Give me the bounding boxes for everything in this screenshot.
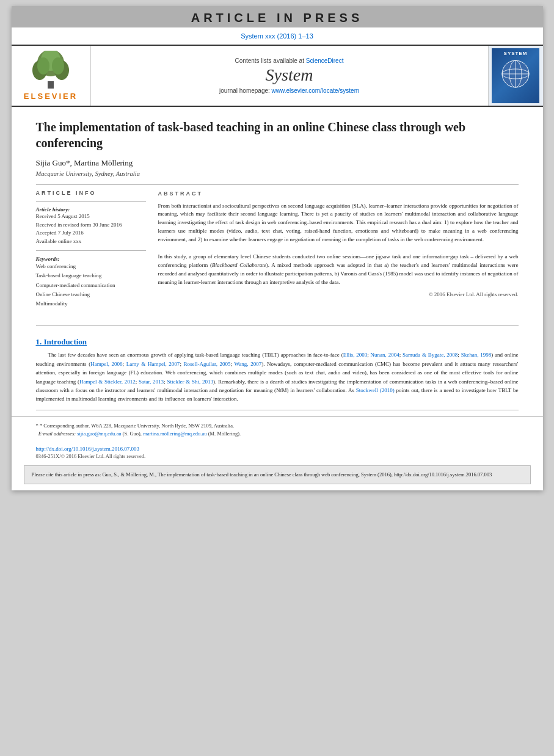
accepted-date: Accepted 7 July 2016	[36, 229, 146, 238]
article-info: ARTICLE INFO Article history: Received 5…	[36, 190, 146, 313]
ref-link[interactable]: Stockwell (2010)	[356, 387, 395, 393]
journal-homepage-text: journal homepage: www.elsevier.com/locat…	[219, 87, 359, 94]
keywords-label: Keywords:	[36, 256, 146, 262]
available-date: Available online xxx	[36, 238, 146, 246]
cover-globe-icon	[500, 59, 531, 89]
abstract-paragraph-1: From both interactionist and sociocultur…	[158, 202, 519, 245]
ref-link[interactable]: Ellis, 2003	[343, 352, 368, 358]
ref-link[interactable]: Samuda & Bygate, 2008	[403, 352, 457, 358]
journal-header: ELSEVIER Contents lists available at Sci…	[12, 45, 543, 107]
divider-info	[36, 201, 146, 202]
article-history-block: Article history: Received 5 August 2015 …	[36, 206, 146, 245]
citation-box: Please cite this article in press as: Gu…	[24, 465, 531, 484]
email1-link[interactable]: sijia.guo@mq.edu.au	[77, 431, 121, 437]
paper-content: The implementation of task-based teachin…	[12, 107, 543, 325]
introduction-section: 1. Introduction The last few decades hav…	[12, 326, 543, 403]
ref-link[interactable]: Nunan, 2004	[371, 352, 399, 358]
elsevier-logo: ELSEVIER	[12, 46, 91, 106]
journal-ref-link[interactable]: System xxx (2016) 1–13	[241, 32, 313, 40]
footnote-divider	[36, 410, 519, 410]
footnote-area: * * Corresponding author. W6A 228, Macqu…	[12, 416, 543, 440]
journal-center: Contents lists available at ScienceDirec…	[91, 46, 488, 106]
footnote-corresponding: * * Corresponding author. W6A 228, Macqu…	[36, 422, 519, 430]
ref-link[interactable]: Skehan, 1998	[461, 352, 492, 358]
contents-available-text: Contents lists available at ScienceDirec…	[235, 57, 344, 64]
doi-link[interactable]: http://dx.doi.org/10.1016/j.system.2016.…	[36, 446, 140, 452]
ref-link[interactable]: Satar, 2013	[139, 379, 164, 385]
abstract-header: ABSTRACT	[158, 190, 519, 198]
received-date: Received 5 August 2015	[36, 213, 146, 221]
svg-point-5	[37, 57, 49, 75]
ref-link[interactable]: Lamy & Hampel, 2007	[126, 361, 180, 367]
info-abstract-section: ARTICLE INFO Article history: Received 5…	[36, 190, 519, 313]
affiliation: Macquarie University, Sydney, Australia	[36, 170, 519, 177]
article-in-press-banner: ARTICLE IN PRESS	[12, 6, 543, 27]
abstract-section: ABSTRACT From both interactionist and so…	[158, 190, 519, 313]
journal-homepage-link[interactable]: www.elsevier.com/locate/system	[272, 87, 359, 94]
divider-keywords	[36, 250, 146, 251]
ref-link[interactable]: Hampel, 2006	[90, 361, 122, 367]
issn-text: 0346-251X/© 2016 Elsevier Ltd. All right…	[36, 453, 519, 459]
elsevier-tree-icon	[26, 51, 75, 90]
keywords-block: Keywords: Web conferencingTask-based lan…	[36, 256, 146, 308]
article-info-header: ARTICLE INFO	[36, 190, 146, 196]
ref-link[interactable]: Stickler & Shi, 2013	[167, 379, 213, 385]
email2-link[interactable]: martina.möllering@mq.edu.au	[143, 431, 206, 437]
svg-rect-0	[48, 81, 54, 89]
keywords-list: Web conferencingTask-based language teac…	[36, 262, 146, 308]
article-in-press-title: ARTICLE IN PRESS	[12, 11, 543, 25]
journal-reference: System xxx (2016) 1–13	[12, 27, 543, 45]
cover-system-label: SYSTEM	[504, 51, 528, 56]
sciencedirect-link[interactable]: ScienceDirect	[306, 57, 344, 64]
svg-point-6	[52, 57, 64, 75]
intro-paragraph-1: The last few decades have seen an enormo…	[36, 351, 519, 403]
journal-cover: SYSTEM	[488, 46, 543, 106]
copyright-line: © 2016 Elsevier Ltd. All rights reserved…	[158, 291, 519, 299]
abstract-paragraph-2: In this study, a group of elementary lev…	[158, 253, 519, 287]
revised-date: Received in revised form 30 June 2016	[36, 221, 146, 230]
authors: Sijia Guo*, Martina Möllering	[36, 158, 519, 168]
intro-section-title: 1. Introduction	[36, 337, 519, 347]
footnote-email: E-mail addresses: sijia.guo@mq.edu.au (S…	[36, 430, 519, 438]
elsevier-label: ELSEVIER	[24, 92, 78, 101]
paper-title: The implementation of task-based teachin…	[36, 119, 519, 151]
history-label: Article history:	[36, 206, 146, 213]
ref-link[interactable]: Rosell-Aguilar, 2005	[184, 361, 231, 367]
journal-cover-image: SYSTEM	[492, 48, 539, 103]
journal-title: System	[266, 65, 313, 85]
doi-area: http://dx.doi.org/10.1016/j.system.2016.…	[12, 440, 543, 462]
page: ARTICLE IN PRESS System xxx (2016) 1–13 …	[12, 6, 543, 490]
ref-link[interactable]: Hampel & Stickler, 2012	[79, 379, 136, 385]
divider-1	[36, 184, 519, 185]
ref-link[interactable]: Wang, 2007	[235, 361, 262, 367]
